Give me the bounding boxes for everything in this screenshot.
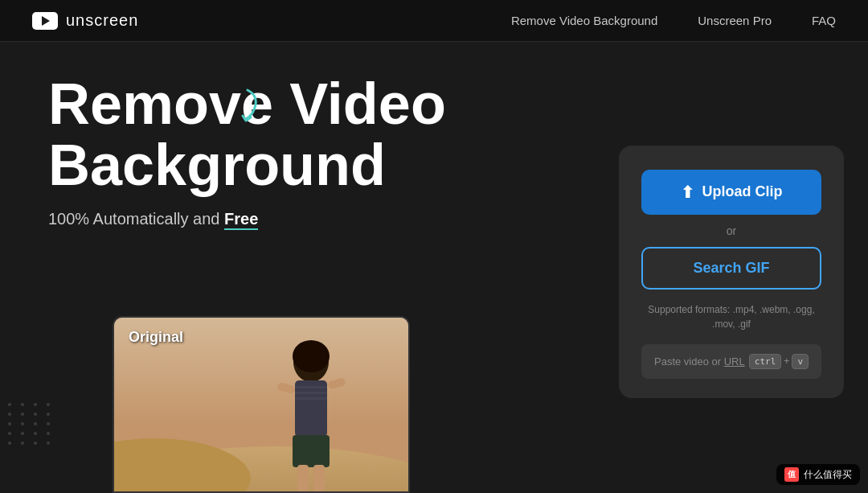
svg-rect-5 — [295, 380, 327, 437]
video-inner: Original — [114, 318, 408, 491]
logo[interactable]: unscreen — [32, 11, 138, 30]
search-gif-button[interactable]: Search GIF — [641, 247, 821, 290]
upload-panel-section: ⬆ Upload Clip or Search GIF Supported fo… — [595, 42, 868, 493]
main-content: Remove Video Background 100% Automatical… — [0, 42, 868, 493]
or-divider: or — [727, 224, 736, 237]
v-key: v — [792, 354, 809, 369]
svg-rect-7 — [295, 392, 327, 394]
ctrl-key: ctrl — [749, 354, 782, 369]
nav-item-remove-bg[interactable]: Remove Video Background — [511, 14, 657, 28]
upload-clip-button[interactable]: ⬆ Upload Clip — [641, 170, 821, 215]
logo-icon — [32, 12, 58, 30]
paste-url-area: Paste video or URL ctrl + v — [641, 344, 821, 379]
nav-item-pro[interactable]: Unscreen Pro — [698, 14, 772, 28]
navbar: unscreen Remove Video Background Unscree… — [0, 0, 868, 42]
svg-rect-12 — [297, 465, 309, 493]
keyboard-shortcut: ctrl + v — [749, 354, 809, 369]
cursor-decoration — [233, 88, 262, 130]
svg-rect-6 — [295, 386, 327, 388]
watermark-badge: 值 什么值得买 — [776, 464, 860, 485]
nav-item-faq[interactable]: FAQ — [812, 14, 836, 28]
nav-links: Remove Video Background Unscreen Pro FAQ — [511, 14, 836, 28]
logo-text: unscreen — [66, 11, 138, 30]
supported-formats-text: Supported formats: .mp4, .webm, .ogg, .m… — [641, 302, 821, 331]
decorative-dots — [8, 403, 53, 445]
video-original-label: Original — [129, 329, 183, 346]
upload-icon: ⬆ — [681, 183, 694, 202]
hero-title: Remove Video Background — [48, 74, 595, 195]
plus-sign: + — [784, 355, 789, 367]
hero-section: Remove Video Background 100% Automatical… — [0, 42, 595, 493]
video-preview: Original — [113, 316, 410, 493]
hero-subtitle: 100% Automatically and Free — [48, 210, 595, 228]
svg-rect-11 — [293, 435, 330, 467]
url-link[interactable]: URL — [724, 355, 745, 368]
watermark-text: 什么值得买 — [804, 468, 852, 482]
svg-rect-13 — [313, 465, 325, 493]
svg-point-4 — [293, 340, 330, 372]
paste-label: Paste video or URL — [654, 355, 745, 368]
upload-panel: ⬆ Upload Clip or Search GIF Supported fo… — [619, 146, 844, 398]
svg-rect-8 — [295, 397, 327, 400]
badge-icon: 值 — [784, 467, 799, 482]
